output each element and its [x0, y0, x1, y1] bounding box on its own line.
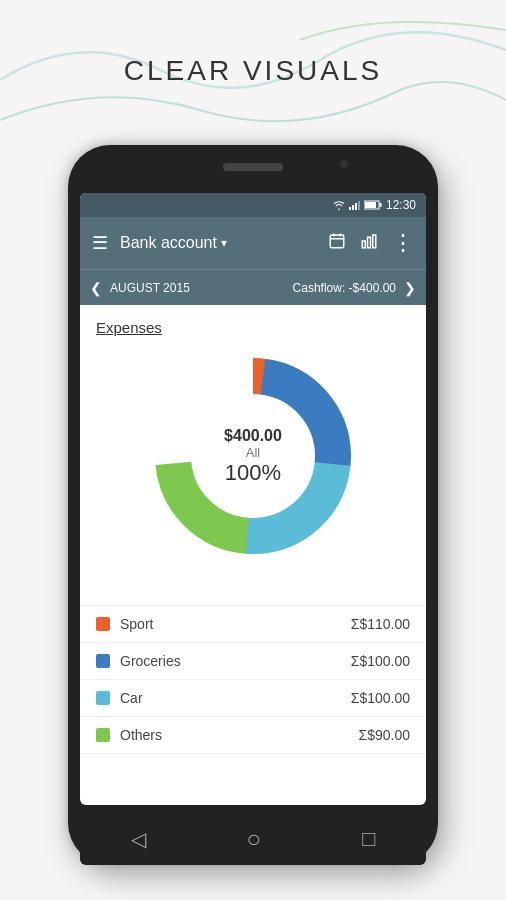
recents-nav-icon[interactable]: □ [362, 826, 375, 852]
bar-chart-icon[interactable] [360, 232, 378, 255]
legend-item: Car Σ$100.00 [80, 680, 426, 717]
legend-item: Groceries Σ$100.00 [80, 643, 426, 680]
app-bar-icons: ⋮ [328, 232, 414, 255]
month-label: AUGUST 2015 [110, 281, 293, 295]
section-title: Expenses [96, 319, 410, 336]
svg-rect-7 [330, 235, 344, 248]
legend-value: Σ$90.00 [359, 727, 410, 743]
nav-bar: ◁ ○ □ [80, 813, 426, 865]
svg-rect-5 [379, 203, 381, 207]
calendar-icon[interactable] [328, 232, 346, 255]
legend-label: Others [120, 727, 359, 743]
prev-month-chevron[interactable]: ❮ [90, 280, 102, 296]
back-nav-icon[interactable]: ◁ [131, 827, 146, 851]
legend: Sport Σ$110.00 Groceries Σ$100.00 Car Σ$… [80, 605, 426, 754]
legend-value: Σ$100.00 [351, 653, 410, 669]
status-icons [332, 200, 382, 210]
account-title-group[interactable]: Bank account ▾ [120, 234, 316, 252]
center-percent: 100% [224, 460, 282, 486]
legend-label: Car [120, 690, 351, 706]
app-bar: ☰ Bank account ▾ ⋮ [80, 217, 426, 269]
sub-bar: ❮ AUGUST 2015 Cashflow: -$400.00 ❯ [80, 269, 426, 305]
signal-icon [349, 200, 361, 210]
legend-dot [96, 654, 110, 668]
more-icon[interactable]: ⋮ [392, 232, 414, 254]
next-month-chevron[interactable]: ❯ [404, 280, 416, 296]
status-bar: 12:30 [80, 193, 426, 217]
svg-rect-1 [352, 205, 354, 210]
status-time: 12:30 [386, 198, 416, 212]
menu-icon[interactable]: ☰ [92, 232, 108, 254]
center-amount: $400.00 [224, 427, 282, 444]
svg-rect-2 [355, 203, 357, 210]
legend-dot [96, 691, 110, 705]
legend-dot [96, 617, 110, 631]
svg-rect-3 [358, 201, 360, 210]
legend-label: Sport [120, 616, 351, 632]
svg-rect-6 [365, 202, 376, 208]
phone-frame: 12:30 ☰ Bank account ▾ ⋮ ❮ AUGUST 2015 [68, 145, 438, 865]
legend-dot [96, 728, 110, 742]
legend-label: Groceries [120, 653, 351, 669]
legend-value: Σ$100.00 [351, 690, 410, 706]
battery-icon [364, 200, 382, 210]
legend-value: Σ$110.00 [351, 616, 410, 632]
svg-rect-12 [368, 237, 371, 248]
svg-rect-11 [362, 241, 365, 248]
svg-rect-0 [349, 207, 351, 210]
wifi-icon [332, 200, 346, 210]
home-nav-icon[interactable]: ○ [247, 825, 262, 853]
content-area: Expenses [80, 305, 426, 600]
donut-chart-container: $400.00 All 100% [96, 346, 410, 566]
bank-account-label: Bank account [120, 234, 217, 252]
legend-item: Others Σ$90.00 [80, 717, 426, 754]
phone-screen: 12:30 ☰ Bank account ▾ ⋮ ❮ AUGUST 2015 [80, 193, 426, 805]
donut-label: $400.00 All 100% [224, 427, 282, 486]
page-title: CLEAR VISUALS [0, 55, 506, 87]
center-all: All [224, 445, 282, 460]
legend-item: Sport Σ$110.00 [80, 606, 426, 643]
cashflow-label: Cashflow: -$400.00 [293, 281, 396, 295]
phone-camera [340, 160, 348, 168]
dropdown-icon: ▾ [221, 236, 227, 250]
phone-speaker [223, 163, 283, 171]
svg-rect-13 [373, 235, 376, 248]
